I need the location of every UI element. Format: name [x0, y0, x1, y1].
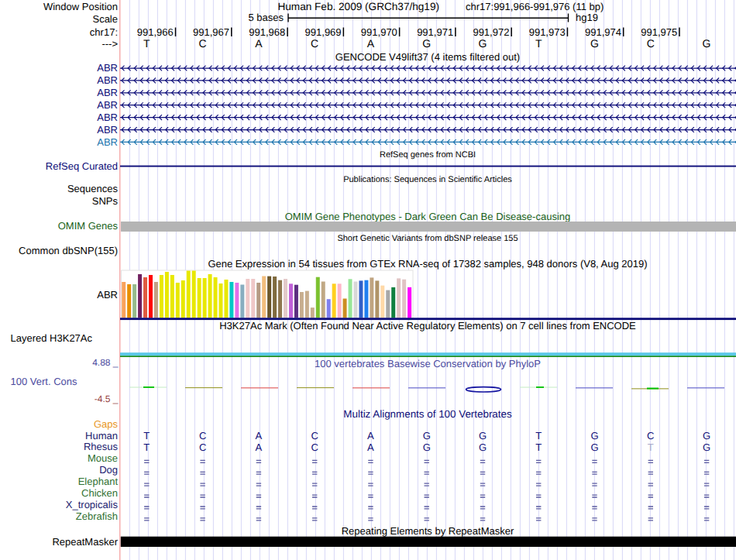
svg-text:G: G: [590, 37, 599, 50]
svg-text:991,973: 991,973: [529, 26, 566, 38]
svg-text:T: T: [143, 37, 150, 50]
svg-text:991,975: 991,975: [641, 26, 677, 38]
svg-text:G: G: [590, 430, 598, 441]
svg-text:X_tropicalis: X_tropicalis: [66, 499, 119, 510]
svg-text:C: C: [647, 430, 654, 441]
svg-text:T: T: [143, 430, 150, 441]
svg-text:Gaps: Gaps: [94, 418, 119, 430]
svg-text:G: G: [422, 37, 431, 50]
svg-text:G: G: [479, 441, 487, 453]
svg-text:T: T: [535, 37, 542, 50]
svg-text:G: G: [479, 430, 487, 441]
svg-text:991,967: 991,967: [193, 26, 229, 38]
svg-text:991,971: 991,971: [417, 26, 453, 38]
svg-text:ABR: ABR: [97, 124, 118, 136]
svg-text:Elephant: Elephant: [78, 476, 119, 487]
svg-text:4.88 _: 4.88 _: [92, 357, 119, 368]
svg-text:C: C: [199, 430, 206, 441]
svg-text:991,966: 991,966: [137, 26, 174, 38]
svg-text:T: T: [648, 441, 654, 453]
svg-text:Multiz Alignments of 100 Verte: Multiz Alignments of 100 Vertebrates: [343, 408, 512, 420]
svg-text:G: G: [703, 430, 710, 441]
svg-text:Repeating Elements by RepeatMa: Repeating Elements by RepeatMasker: [342, 525, 514, 537]
svg-text:Common dbSNP(155): Common dbSNP(155): [19, 245, 118, 256]
svg-text:GENCODE V49lift37 (4 items fil: GENCODE V49lift37 (4 items filtered out): [335, 51, 520, 63]
svg-text:100 vertebrates Basewise Conse: 100 vertebrates Basewise Conservation by…: [315, 358, 541, 369]
svg-text:G: G: [590, 441, 598, 453]
svg-text:Short Genetic Variants from db: Short Genetic Variants from dbSNP releas…: [337, 234, 518, 243]
svg-text:--->: --->: [101, 38, 118, 50]
svg-text:A: A: [367, 441, 374, 453]
svg-text:Mouse: Mouse: [88, 452, 118, 464]
svg-text:T: T: [535, 441, 542, 453]
svg-text:OMIM Gene Phenotypes - Dark Gr: OMIM Gene Phenotypes - Dark Green Can Be…: [285, 211, 571, 222]
svg-text:Scale: Scale: [92, 13, 118, 25]
svg-text:C: C: [311, 37, 318, 50]
svg-text:A: A: [367, 430, 374, 441]
svg-text:G: G: [423, 441, 431, 453]
svg-text:Human Feb. 2009 (GRCh37/hg19): Human Feb. 2009 (GRCh37/hg19): [277, 1, 439, 12]
svg-text:chr17:: chr17:: [90, 26, 118, 38]
svg-text:A: A: [367, 37, 375, 50]
svg-text:G: G: [423, 430, 431, 441]
svg-text:RefSeq Curated: RefSeq Curated: [46, 160, 118, 172]
svg-text:-4.5 _: -4.5 _: [95, 393, 119, 404]
svg-text:T: T: [535, 430, 542, 441]
svg-text:Window Position: Window Position: [43, 1, 118, 12]
svg-text:A: A: [256, 441, 263, 453]
svg-text:RefSeq genes from NCBI: RefSeq genes from NCBI: [380, 150, 476, 160]
svg-text:C: C: [311, 441, 318, 453]
svg-text:ABR: ABR: [97, 62, 118, 74]
svg-text:G: G: [479, 37, 487, 50]
svg-text:A: A: [255, 37, 263, 50]
svg-text:ABR: ABR: [97, 87, 118, 98]
svg-text:ABR: ABR: [97, 136, 118, 148]
svg-text:991,969: 991,969: [305, 26, 342, 38]
svg-text:RepeatMasker: RepeatMasker: [52, 536, 118, 548]
svg-text:G: G: [703, 441, 710, 453]
svg-text:C: C: [199, 441, 206, 453]
svg-text:SNPs: SNPs: [92, 195, 119, 207]
svg-text:991,972: 991,972: [473, 26, 509, 38]
svg-text:ABR: ABR: [97, 289, 118, 301]
svg-text:C: C: [647, 37, 655, 50]
svg-text:Human: Human: [85, 430, 118, 441]
svg-text:A: A: [256, 430, 263, 441]
svg-text:OMIM Genes: OMIM Genes: [58, 220, 119, 232]
svg-text:ABR: ABR: [97, 99, 118, 111]
svg-text:C: C: [199, 37, 207, 50]
svg-text:Zebrafish: Zebrafish: [76, 510, 118, 522]
svg-text:5 bases: 5 bases: [248, 12, 284, 23]
svg-text:chr17:991,966-991,976 (11 bp): chr17:991,966-991,976 (11 bp): [466, 1, 604, 12]
svg-text:Rhesus: Rhesus: [84, 441, 119, 452]
svg-text:991,970: 991,970: [361, 26, 397, 38]
svg-text:H3K27Ac Mark (Often Found Near: H3K27Ac Mark (Often Found Near Active Re…: [219, 320, 636, 332]
svg-text:Publications: Sequences in Sci: Publications: Sequences in Scientific Ar…: [343, 175, 512, 184]
svg-text:Dog: Dog: [99, 464, 118, 476]
svg-text:991,974: 991,974: [585, 26, 621, 38]
svg-text:T: T: [143, 441, 150, 453]
svg-text:100 Vert. Cons: 100 Vert. Cons: [11, 376, 77, 387]
svg-text:991,968: 991,968: [249, 26, 285, 38]
svg-text:hg19: hg19: [576, 12, 598, 23]
svg-text:Gene Expression in 54 tissues: Gene Expression in 54 tissues from GTEx …: [208, 258, 647, 270]
svg-text:C: C: [311, 430, 318, 441]
svg-text:Chicken: Chicken: [81, 487, 118, 499]
svg-text:ABR: ABR: [97, 74, 118, 86]
svg-text:Sequences: Sequences: [67, 183, 119, 194]
svg-text:G: G: [703, 37, 711, 50]
svg-text:ABR: ABR: [97, 112, 118, 123]
svg-text:Layered H3K27Ac: Layered H3K27Ac: [11, 332, 93, 344]
